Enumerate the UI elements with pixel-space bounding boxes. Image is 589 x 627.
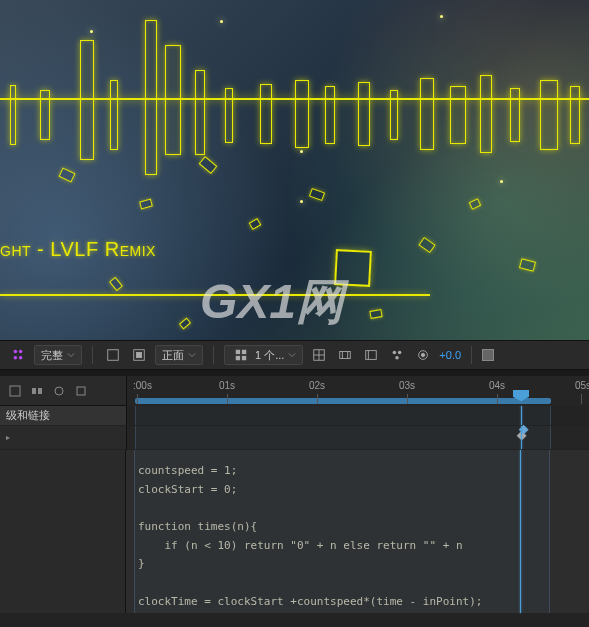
chevron-down-icon: [67, 351, 75, 359]
ruler-tick: 04s: [489, 380, 505, 391]
timecode-icon[interactable]: [361, 345, 381, 365]
svg-point-2: [14, 356, 18, 360]
preview-toolbar: 完整 正面 1 个... +0.0: [0, 340, 589, 370]
color-swatch[interactable]: [482, 349, 494, 361]
svg-point-3: [19, 356, 23, 360]
view-mode-dropdown[interactable]: 正面: [155, 345, 203, 365]
magnify-dropdown-icon[interactable]: [8, 345, 28, 365]
layer-switch-icon[interactable]: [52, 384, 66, 398]
chevron-down-icon: [288, 351, 296, 359]
watermark: GX1网system.com: [200, 270, 344, 340]
shy-icon[interactable]: [8, 384, 22, 398]
views-grid-icon: [231, 345, 251, 365]
channels-icon[interactable]: [387, 345, 407, 365]
av-icon[interactable]: [30, 384, 44, 398]
ruler-tick: 02s: [309, 380, 325, 391]
svg-point-1: [19, 350, 23, 354]
svg-rect-6: [136, 352, 141, 357]
svg-rect-4: [108, 350, 119, 361]
svg-rect-23: [32, 388, 36, 394]
resolution-value: 完整: [41, 348, 63, 363]
timeline-layer-row[interactable]: 级和链接: [0, 406, 589, 426]
composition-title-text: ght - LVLF Remix: [0, 238, 156, 261]
expression-gutter: [0, 450, 126, 613]
playhead-line: [520, 450, 521, 613]
mask-icon[interactable]: [335, 345, 355, 365]
timeline-property-row[interactable]: ▸: [0, 426, 589, 450]
svg-rect-9: [236, 356, 240, 360]
timeline-header: :00s 01s 02s 03s 04s 05s: [0, 376, 589, 406]
svg-rect-22: [10, 386, 20, 396]
svg-rect-14: [340, 352, 351, 359]
exposure-value[interactable]: +0.0: [439, 349, 461, 361]
composition-preview[interactable]: ght - LVLF Remix GX1网system.com: [0, 0, 589, 340]
ruler-tick: 01s: [219, 380, 235, 391]
playhead-line: [521, 426, 522, 449]
ruler-tick: 03s: [399, 380, 415, 391]
audio-spectrum-visualizer: [0, 60, 589, 140]
svg-rect-7: [236, 350, 240, 354]
svg-rect-24: [38, 388, 42, 394]
svg-point-19: [396, 356, 400, 360]
column-header-parent-link: 级和链接: [0, 406, 126, 426]
svg-rect-10: [242, 356, 246, 360]
svg-point-21: [422, 353, 426, 357]
ruler-tick: 05s: [575, 380, 589, 391]
chevron-down-icon: [188, 351, 196, 359]
svg-point-25: [55, 387, 63, 395]
work-area-bar[interactable]: [135, 398, 551, 404]
resolution-dropdown[interactable]: 完整: [34, 345, 82, 365]
twirl-down-icon[interactable]: ▸: [6, 433, 10, 442]
blank-column-icon[interactable]: [74, 384, 88, 398]
svg-point-18: [398, 351, 402, 355]
view-mode-value: 正面: [162, 348, 184, 363]
views-count-value: 1 个...: [255, 348, 284, 363]
svg-point-17: [393, 351, 397, 355]
roi-icon[interactable]: [129, 345, 149, 365]
transparency-grid-icon[interactable]: [103, 345, 123, 365]
time-ruler[interactable]: :00s 01s 02s 03s 04s 05s: [126, 376, 589, 406]
playhead-line: [521, 406, 522, 425]
ruler-tick: :00s: [133, 380, 152, 391]
expression-code-editor[interactable]: countspeed = 1; clockStart = 0; function…: [126, 450, 589, 613]
guides-icon[interactable]: [309, 345, 329, 365]
svg-rect-26: [77, 387, 85, 395]
expression-editor-panel: countspeed = 1; clockStart = 0; function…: [0, 450, 589, 613]
svg-point-0: [14, 350, 18, 354]
svg-rect-15: [366, 351, 377, 360]
views-count-dropdown[interactable]: 1 个...: [224, 345, 303, 365]
svg-rect-8: [242, 350, 246, 354]
exposure-reset-icon[interactable]: [413, 345, 433, 365]
